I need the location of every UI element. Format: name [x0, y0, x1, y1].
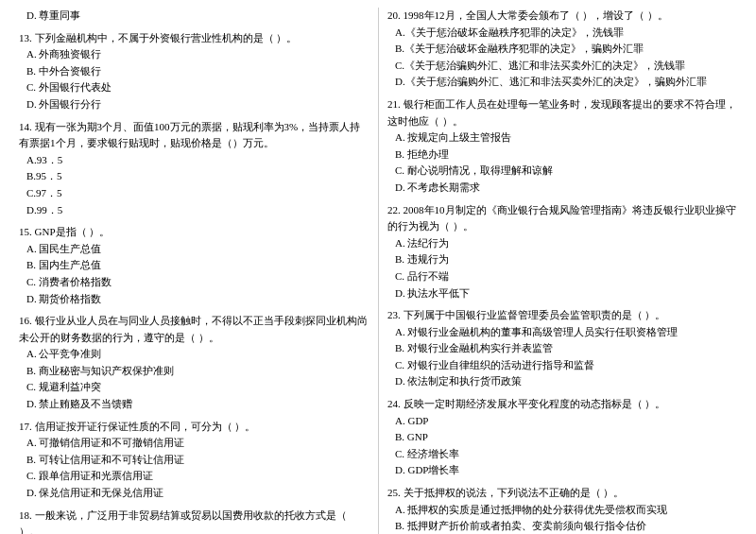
q17-text: 17. 信用证按开证行保证性质的不同，可分为（ ）。 [19, 419, 369, 436]
q24-text: 24. 反映一定时期经济发展水平变化程度的动态指标是（ ）。 [387, 396, 737, 413]
q15-opt-c: C. 消费者价格指数 [19, 274, 369, 291]
q14-opt-c: C.97．5 [19, 185, 369, 202]
q20-block: 20. 1998年12月，全国人大常委会颁布了（ ），增设了（ ）。 A.《关于… [387, 8, 737, 91]
q13-text: 13. 下列金融机构中，不属于外资银行营业性机构的是（ ）。 [19, 30, 369, 47]
q16-opt-b: B. 商业秘密与知识产权保护准则 [19, 363, 369, 380]
q17-block: 17. 信用证按开证行保证性质的不同，可分为（ ）。 A. 可撤销信用证和不可撤… [19, 419, 369, 502]
option-d: D. 尊重同事 [19, 8, 369, 25]
q24-opt-b: B. GNP [387, 429, 737, 446]
q23-text: 23. 下列属于中国银行业监督管理委员会监管职责的是（ ）。 [387, 307, 737, 324]
q16-opt-c: C. 规避利益冲突 [19, 379, 369, 396]
q13-opt-a: A. 外商独资银行 [19, 46, 369, 63]
q13-opt-d: D. 外国银行分行 [19, 96, 369, 113]
q18-block: 18. 一般来说，广泛用于非贸易结算或贸易以国费用收款的托收方式是（ ）。 A.… [19, 508, 369, 534]
q21-opt-a: A. 按规定向上级主管报告 [387, 129, 737, 146]
q25-text: 25. 关于抵押权的说法，下列说法不正确的是（ ）。 [387, 485, 737, 502]
q13-opt-b: B. 中外合资银行 [19, 63, 369, 80]
q24-opt-c: C. 经济增长率 [387, 446, 737, 463]
q14-opt-a: A.93．5 [19, 152, 369, 169]
q22-opt-a: A. 法纪行为 [387, 235, 737, 252]
q23-opt-d: D. 依法制定和执行货币政策 [387, 373, 737, 390]
q17-opt-d: D. 保兑信用证和无保兑信用证 [19, 485, 369, 502]
q20-opt-d: D.《关于惩治骗购外汇、逃汇和非法买卖外汇的决定》，骗购外汇罪 [387, 74, 737, 91]
q24-opt-d: D. GDP增长率 [387, 462, 737, 479]
q21-block: 21. 银行柜面工作人员在处理每一笔业务时，发现顾客提出的要求不符合理，这时他应… [387, 96, 737, 197]
q20-opt-b: B.《关于惩治破坏金融秩序犯罪的决定》，骗购外汇罪 [387, 41, 737, 58]
q25-opt-b: B. 抵押财产折价前或者拍卖、变卖前须向银行指令估价 [387, 518, 737, 534]
q20-opt-c: C.《关于惩治骗购外汇、逃汇和非法买卖外汇的决定》，洗钱罪 [387, 58, 737, 75]
q18-text: 18. 一般来说，广泛用于非贸易结算或贸易以国费用收款的托收方式是（ ）。 [19, 508, 369, 534]
q21-opt-c: C. 耐心说明情况，取得理解和谅解 [387, 163, 737, 180]
q16-opt-a: A. 公平竞争准则 [19, 346, 369, 363]
q24-opt-a: A. GDP [387, 413, 737, 430]
q22-opt-c: C. 品行不端 [387, 268, 737, 285]
q20-opt-a: A.《关于惩治破坏金融秩序犯罪的决定》，洗钱罪 [387, 25, 737, 42]
q25-opt-a: A. 抵押权的实质是通过抵押物的处分获得优先受偿权而实现 [387, 502, 737, 519]
q22-block: 22. 2008年10月制定的《商业银行合规风险管理指南》将违反银行业职业操守的… [387, 202, 737, 302]
q20-text: 20. 1998年12月，全国人大常委会颁布了（ ），增设了（ ）。 [387, 8, 737, 25]
q23-opt-c: C. 对银行业自律组织的活动进行指导和监督 [387, 357, 737, 374]
q23-opt-b: B. 对银行业金融机构实行并表监管 [387, 340, 737, 357]
q16-text: 16. 银行业从业人员在与同业人员接触时，不得以不正当手段刺探同业机构尚未公开的… [19, 313, 369, 346]
q14-text: 14. 现有一张为期3个月、面值100万元的票据，贴现利率为3%，当持票人持有票… [19, 119, 369, 152]
q25-block: 25. 关于抵押权的说法，下列说法不正确的是（ ）。 A. 抵押权的实质是通过抵… [387, 485, 737, 534]
q13-block: 13. 下列金融机构中，不属于外资银行营业性机构的是（ ）。 A. 外商独资银行… [19, 30, 369, 113]
q15-opt-b: B. 国内生产总值 [19, 257, 369, 274]
q17-opt-c: C. 跟单信用证和光票信用证 [19, 468, 369, 485]
q15-block: 15. GNP是指（ ）。 A. 国民生产总值 B. 国内生产总值 C. 消费者… [19, 224, 369, 307]
q23-block: 23. 下列属于中国银行业监督管理委员会监管职责的是（ ）。 A. 对银行业金融… [387, 307, 737, 390]
q14-opt-d: D.99．5 [19, 202, 369, 219]
q21-opt-d: D. 不考虑长期需求 [387, 180, 737, 197]
q15-opt-a: A. 国民生产总值 [19, 241, 369, 258]
q17-opt-a: A. 可撤销信用证和不可撤销信用证 [19, 435, 369, 452]
q14-block: 14. 现有一张为期3个月、面值100万元的票据，贴现利率为3%，当持票人持有票… [19, 119, 369, 219]
q14-opt-b: B.95．5 [19, 168, 369, 185]
q16-block: 16. 银行业从业人员在与同业人员接触时，不得以不正当手段刺探同业机构尚未公开的… [19, 313, 369, 413]
q15-opt-d: D. 期货价格指数 [19, 291, 369, 308]
page-content: D. 尊重同事 13. 下列金融机构中，不属于外资银行营业性机构的是（ ）。 A… [0, 0, 756, 534]
q22-opt-b: B. 违规行为 [387, 251, 737, 268]
q22-opt-d: D. 执法水平低下 [387, 285, 737, 302]
q22-text: 22. 2008年10月制定的《商业银行合规风险管理指南》将违反银行业职业操守的… [387, 202, 737, 235]
q17-opt-b: B. 可转让信用证和不可转让信用证 [19, 452, 369, 469]
q24-block: 24. 反映一定时期经济发展水平变化程度的动态指标是（ ）。 A. GDP B.… [387, 396, 737, 479]
q21-opt-b: B. 拒绝办理 [387, 146, 737, 164]
option-d-block: D. 尊重同事 [19, 8, 369, 25]
q13-opt-c: C. 外国银行代表处 [19, 79, 369, 96]
q23-opt-a: A. 对银行业金融机构的董事和高级管理人员实行任职资格管理 [387, 324, 737, 341]
q21-text: 21. 银行柜面工作人员在处理每一笔业务时，发现顾客提出的要求不符合理，这时他应… [387, 96, 737, 129]
q16-opt-d: D. 禁止贿赂及不当馈赠 [19, 396, 369, 413]
q15-text: 15. GNP是指（ ）。 [19, 224, 369, 241]
